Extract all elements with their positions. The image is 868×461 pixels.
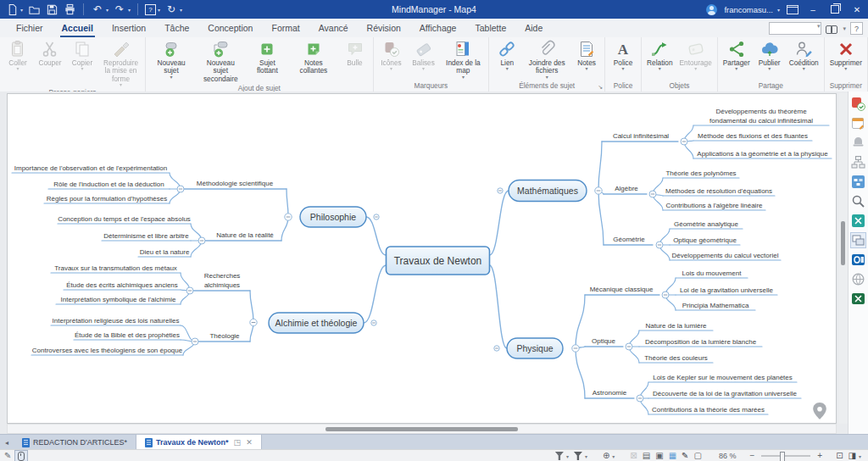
account-avatar[interactable] [706,4,717,15]
topic-subtopic[interactable]: Mécanique classique [590,286,654,293]
horizontal-scrollbar-thumb[interactable] [326,427,518,431]
open-icon[interactable] [27,3,41,16]
menu-tab-avance[interactable]: Avancé [309,19,358,37]
select-tool-icon[interactable] [14,450,28,461]
relation-button[interactable]: Relation▾ [643,39,676,71]
search-input[interactable] [769,22,821,35]
vertical-scrollbar[interactable] [838,93,848,424]
map-canvas[interactable]: Importance de l'observation et de l'expé… [7,93,837,424]
find-caret-icon[interactable]: ▾ [843,25,846,32]
police-button[interactable]: APolice▾ [607,39,639,71]
menu-tab-insertion[interactable]: Insertion [103,19,155,37]
sujet-flottant-button[interactable]: Sujet flottant [246,39,288,75]
topic-main-label[interactable]: Philosophie [310,212,356,222]
lien-button[interactable]: Lien▾ [491,39,523,71]
undo-icon[interactable]: ↶ [91,3,104,16]
outlook-icon[interactable] [851,253,865,267]
document-tab-travaux-de-newton[interactable]: Travaux de Newton*◳✕ [136,435,262,450]
topic-main-label[interactable]: Physique [516,343,553,353]
planner-icon[interactable] [851,116,865,131]
topic-leaf[interactable]: Découverte de la loi de la gravitation u… [653,390,797,397]
search-icon[interactable] [851,194,865,208]
topic-leaf[interactable]: Applications à la géométrie et à la phys… [697,150,828,158]
bell-icon[interactable] [851,136,865,150]
zoom-slider[interactable] [761,455,810,457]
topic-leaf[interactable]: Méthode des fluxions et des fluantes [698,132,808,140]
restore-button[interactable] [827,0,843,19]
topic-leaf[interactable]: Étude de la Bible et des prophéties [75,331,180,339]
task-check-icon[interactable] [851,97,865,111]
qat-customize-icon[interactable]: ▾ [180,7,182,13]
menu-tab-revision[interactable]: Révision [358,19,410,37]
topic-leaf[interactable]: Nature de la lumière [645,322,707,330]
select-rect-icon[interactable]: ⊠ [630,451,637,461]
supprimer-button[interactable]: Supprimer▾ [826,39,865,71]
zoom-slider-knob[interactable] [780,452,785,461]
topic-subtopic[interactable]: Nature de la réalité [216,231,274,239]
undo-caret-icon[interactable]: ▾ [106,7,108,13]
topic-leaf[interactable]: Loi de la gravitation universelle [680,286,773,294]
add-view-caret-icon[interactable]: ▾ [612,453,615,459]
power-filter-icon[interactable] [574,452,582,460]
snap-icon[interactable] [851,214,865,228]
topic-leaf[interactable]: Interprétation religieuse des lois natur… [53,317,180,325]
topic-leaf[interactable]: Dieu et la nature [140,248,190,256]
topic-subtopic[interactable]: Théologie [209,332,240,340]
pen-tool-icon[interactable]: ✎ [4,451,11,461]
topic-subtopic[interactable]: Algèbre [615,185,638,192]
excel-icon[interactable] [851,292,865,306]
topic-leaf[interactable]: Lois de Kepler sur le mouvement des plan… [653,374,793,381]
account-name[interactable]: francomasu... [724,5,773,14]
minimize-button[interactable]: – [805,0,821,19]
new-document-icon[interactable] [5,3,19,16]
topic-leaf[interactable]: Géométrie analytique [674,220,739,228]
menu-tab-tablette[interactable]: Tablette [465,19,515,37]
outline-view-icon[interactable]: ▤ [643,451,650,461]
topic-leaf[interactable]: Conception du temps et de l'espace absol… [58,215,191,223]
topic-leaf[interactable]: Controverses avec les théologiens de son… [32,347,183,354]
topic-main-label[interactable]: Mathématiques [517,186,578,196]
coedition-button[interactable]: Coédition▾ [786,39,822,71]
map-parts-icon[interactable] [851,175,865,189]
close-button[interactable]: ✕ [849,0,865,19]
web-icon[interactable] [851,272,865,286]
tab-close-icon[interactable]: ✕ [246,438,253,447]
sync-icon[interactable]: ↻ [164,3,178,16]
vertical-scrollbar-thumb[interactable] [841,221,845,265]
topic-leaf[interactable]: Règles pour la formulation d'hypothèses [47,195,168,203]
find-binoculars-icon[interactable] [826,24,838,34]
topic-leaf[interactable]: Travaux sur la transmutation des métaux [54,264,177,272]
nouveau-sujet-secondaire-button[interactable]: Nouveau sujet secondaire [195,39,246,83]
topic-central-label[interactable]: Travaux de Newton [394,255,482,267]
fit-map-icon[interactable]: ⊡ [836,451,843,461]
redo-icon[interactable]: ↷ [113,3,126,16]
topic-leaf[interactable]: Développements du théorèmefondamental du… [709,108,813,125]
topic-subtopic[interactable]: Astronomie [593,389,627,397]
topic-leaf[interactable]: Principia Mathematica [682,302,749,309]
panels-icon[interactable]: ◨ [849,451,856,461]
ink-view-icon[interactable]: ✎ [682,451,688,461]
topic-leaf[interactable]: Optique géométrique [673,236,737,244]
partager-button[interactable]: Partager▾ [720,39,754,71]
topic-leaf[interactable]: Contributions à la théorie des marées [652,406,765,414]
tab-popout-icon[interactable]: ◳ [234,438,242,447]
menu-tab-tache[interactable]: Tâche [155,19,198,37]
filter-caret-icon[interactable]: ▾ [566,453,569,459]
capture-icon[interactable] [851,233,865,247]
topic-leaf[interactable]: Étude des écrits alchimiques anciens [66,281,178,289]
topic-subtopic[interactable]: Recherchesalchimiques [204,272,241,289]
ribbon-help-button[interactable]: ? [850,22,863,35]
topic-leaf[interactable]: Lois du mouvement [682,269,743,277]
topic-leaf[interactable]: Importance de l'observation et de l'expé… [14,164,168,172]
window-view-icon[interactable]: ▢ [693,451,701,461]
menu-tab-aide[interactable]: Aide [515,19,552,37]
topic-leaf[interactable]: Théorie des polynômes [665,169,736,177]
topic-subtopic[interactable]: Méthodologie scientifique [197,180,274,187]
help-caret-icon[interactable]: ▾ [158,7,160,13]
new-document-caret-icon[interactable]: ▾ [20,7,23,13]
topic-subtopic[interactable]: Calcul infinitésimal [613,132,669,140]
panels-caret-icon[interactable]: ▾ [859,453,861,459]
notes-collantes-button[interactable]: Notes collantes [288,39,338,75]
joindre-des-fichiers-button[interactable]: Joindre des fichiers▾ [523,39,570,80]
horizontal-scrollbar[interactable] [7,424,837,434]
